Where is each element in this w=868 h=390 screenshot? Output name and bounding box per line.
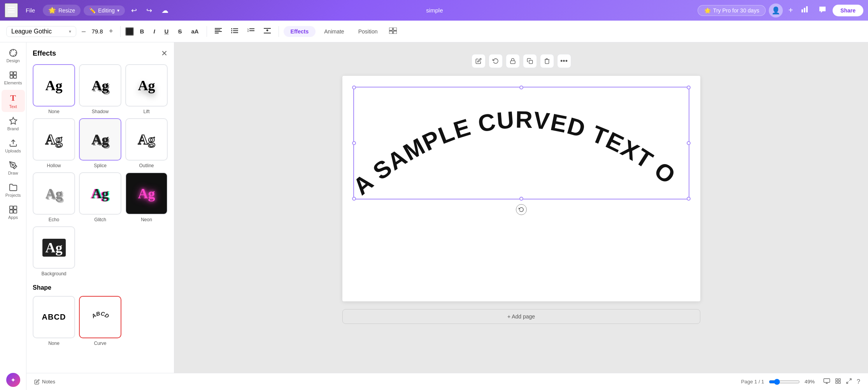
svg-rect-6 xyxy=(215,28,222,29)
stats-button[interactable] xyxy=(798,4,812,16)
effect-background[interactable]: Ag Background xyxy=(33,226,75,276)
cloud-save-button[interactable]: ☁ xyxy=(158,4,172,17)
svg-point-12 xyxy=(231,30,232,31)
canvas-duplicate-tool[interactable] xyxy=(523,54,537,68)
align-button[interactable] xyxy=(212,26,225,37)
svg-rect-36 xyxy=(9,210,12,213)
text-color-picker[interactable] xyxy=(125,27,134,36)
ai-assistant-button[interactable]: ✦ xyxy=(6,373,20,387)
animate-button[interactable]: Animate xyxy=(319,26,349,37)
fullscreen-button[interactable] xyxy=(846,378,852,385)
effects-panel-title: Effects xyxy=(33,49,56,58)
svg-rect-28 xyxy=(13,72,16,75)
case-button[interactable]: aA xyxy=(188,26,202,37)
effect-glitch[interactable]: Ag Ag Ag Glitch xyxy=(79,172,121,222)
desktop-view-button[interactable] xyxy=(823,378,830,385)
effect-preview-neon: Ag xyxy=(125,172,168,215)
canvas-rotate-tool[interactable] xyxy=(489,54,503,68)
font-size-value: 79.8 xyxy=(89,28,105,35)
notes-button[interactable]: Notes xyxy=(34,379,55,385)
svg-text:2.: 2. xyxy=(247,30,249,32)
canvas-delete-tool[interactable] xyxy=(540,54,554,68)
sidebar-item-uploads[interactable]: Uploads xyxy=(2,136,25,156)
zoom-slider[interactable] xyxy=(769,379,800,385)
sidebar-item-projects[interactable]: Projects xyxy=(2,180,25,201)
add-collaborator-button[interactable]: + xyxy=(786,4,795,16)
handle-tl[interactable] xyxy=(352,86,356,89)
effect-label-hollow: Hollow xyxy=(47,163,61,168)
svg-rect-42 xyxy=(824,379,829,383)
shape-none[interactable]: ABCD None xyxy=(33,296,75,346)
italic-button[interactable]: I xyxy=(150,26,158,37)
close-effects-panel-button[interactable]: ✕ xyxy=(161,49,168,58)
sidebar-item-draw[interactable]: Draw xyxy=(2,158,25,178)
effect-lift[interactable]: Ag Lift xyxy=(125,64,168,114)
svg-rect-21 xyxy=(264,33,271,33)
user-avatar[interactable]: 👤 xyxy=(769,3,783,17)
undo-button[interactable]: ↩ xyxy=(128,4,140,17)
handle-bm[interactable] xyxy=(519,197,523,201)
effects-button[interactable]: Effects xyxy=(284,26,316,37)
sidebar-label-elements: Elements xyxy=(4,80,22,85)
svg-rect-13 xyxy=(233,30,238,31)
position-button[interactable]: Position xyxy=(353,26,383,37)
numbered-list-button[interactable]: 1. 2. xyxy=(244,26,258,37)
font-family-selector[interactable]: League Gothic ▾ xyxy=(6,26,76,37)
increase-font-size-button[interactable]: + xyxy=(107,26,116,36)
sidebar-item-apps[interactable]: Apps xyxy=(2,202,25,223)
sidebar-item-design[interactable]: Design xyxy=(2,45,25,66)
sidebar-item-brand[interactable]: Brand xyxy=(2,114,25,134)
handle-ml[interactable] xyxy=(352,141,356,145)
more-options-button[interactable] xyxy=(386,26,400,37)
effect-none[interactable]: Ag None xyxy=(33,64,75,114)
spacing-button[interactable] xyxy=(261,26,274,37)
effect-shadow[interactable]: Ag Shadow xyxy=(79,64,121,114)
handle-br[interactable] xyxy=(687,197,691,201)
svg-rect-3 xyxy=(801,9,803,12)
effect-echo[interactable]: Ag Ag Ag Echo xyxy=(33,172,75,222)
effect-outline[interactable]: Ag Outline xyxy=(125,118,168,168)
comments-button[interactable] xyxy=(815,4,829,17)
help-button[interactable]: ? xyxy=(857,378,860,385)
canvas-more-tool[interactable]: ••• xyxy=(557,54,571,68)
resize-button[interactable]: 🌟 Resize xyxy=(43,5,81,16)
svg-rect-5 xyxy=(806,6,808,12)
rotation-handle[interactable] xyxy=(516,204,527,215)
redo-button[interactable]: ↪ xyxy=(143,4,155,17)
sidebar-item-text[interactable]: T Text xyxy=(2,90,25,112)
grid-view-button[interactable] xyxy=(835,378,841,385)
effect-label-background: Background xyxy=(41,271,66,276)
handle-mr[interactable] xyxy=(687,141,691,145)
menu-icon[interactable] xyxy=(5,3,18,17)
effect-preview-echo: Ag Ag Ag xyxy=(33,172,75,215)
canvas-lock-tool[interactable] xyxy=(506,54,520,68)
handle-tr[interactable] xyxy=(687,86,691,89)
file-menu-button[interactable]: File xyxy=(21,5,40,16)
list-button[interactable] xyxy=(228,26,241,37)
canvas-edit-tool[interactable] xyxy=(472,54,486,68)
shape-curve[interactable]: ABCD Curve xyxy=(79,296,121,346)
effect-label-none: None xyxy=(48,109,60,114)
effect-splice[interactable]: Ag Ag Splice xyxy=(79,118,121,168)
sidebar-label-draw: Draw xyxy=(8,171,18,175)
font-size-control: – 79.8 + xyxy=(79,26,116,36)
strikethrough-button[interactable]: S xyxy=(175,26,185,37)
effect-hollow[interactable]: Ag Hollow xyxy=(33,118,75,168)
share-button[interactable]: Share xyxy=(833,5,863,16)
underline-button[interactable]: U xyxy=(161,26,172,37)
shape-label-curve: Curve xyxy=(94,341,106,346)
bold-button[interactable]: B xyxy=(137,26,147,37)
effect-neon[interactable]: Ag Neon xyxy=(125,172,168,222)
handle-tm[interactable] xyxy=(519,86,523,89)
try-pro-button[interactable]: 🌟 Try Pro for 30 days xyxy=(698,5,766,16)
effect-preview-outline: Ag xyxy=(125,118,168,161)
canvas-area[interactable]: ••• THIS IS xyxy=(174,42,868,390)
decrease-font-size-button[interactable]: – xyxy=(79,26,88,36)
sidebar-item-elements[interactable]: Elements xyxy=(2,68,25,88)
editing-button[interactable]: ✏️ Editing ▾ xyxy=(84,5,125,16)
add-page-button[interactable]: + Add page xyxy=(342,309,700,324)
svg-line-49 xyxy=(849,379,851,381)
svg-rect-11 xyxy=(233,28,238,29)
handle-bl[interactable] xyxy=(352,197,356,201)
canvas-toolbar: ••• xyxy=(472,54,571,68)
